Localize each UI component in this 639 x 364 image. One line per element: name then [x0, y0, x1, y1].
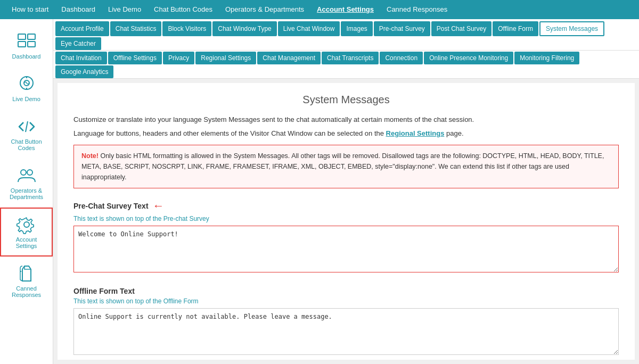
warning-bold: Note! — [81, 152, 99, 160]
tab-offline-settings[interactable]: Offline Settings — [108, 52, 162, 64]
offline-form-section: Offline Form Text This text is shown on … — [73, 287, 619, 357]
tab-privacy[interactable]: Privacy — [163, 52, 194, 64]
svg-point-10 — [27, 170, 32, 175]
svg-marker-12 — [22, 266, 31, 281]
arrow-indicator: ← — [153, 199, 165, 213]
live-demo-icon — [16, 75, 37, 94]
tab-system-messages[interactable]: System Messages — [539, 21, 604, 36]
pre-chat-survey-title: Pre-Chat Survey Text ← — [73, 199, 619, 213]
sidebar-label-dashboard: Dashboard — [12, 53, 41, 60]
tab-chat-statistics[interactable]: Chat Statistics — [110, 21, 162, 36]
nav-dashboard[interactable]: Dashboard — [55, 0, 102, 19]
offline-form-subtitle: This text is shown on top of the Offline… — [73, 297, 619, 305]
settings-icon — [16, 215, 37, 234]
pre-chat-survey-section: Pre-Chat Survey Text ← This text is show… — [73, 199, 619, 274]
sidebar-item-canned-responses[interactable]: Canned Responses — [0, 257, 53, 305]
sidebar-label-operators-departments: Operators & Departments — [5, 187, 47, 200]
tab-online-presence-monitoring[interactable]: Online Presence Monitoring — [424, 52, 513, 64]
warning-box: Note! Only basic HTML formatting is allo… — [73, 145, 619, 188]
sidebar-item-live-demo[interactable]: Live Demo — [0, 67, 53, 110]
svg-point-9 — [21, 170, 26, 175]
nav-canned-responses[interactable]: Canned Responses — [380, 0, 454, 19]
desc2-end: page. — [444, 129, 463, 137]
sidebar-label-chat-button-codes: Chat Button Codes — [5, 138, 47, 151]
page-title: System Messages — [73, 94, 619, 106]
pre-chat-title-text: Pre-Chat Survey Text — [73, 202, 149, 210]
tab-monitoring-filtering[interactable]: Monitoring Filtering — [514, 52, 579, 64]
warning-text: Only basic HTML formatting is allowed in… — [81, 152, 604, 181]
tab-google-analytics[interactable]: Google Analytics — [55, 65, 113, 78]
tab-bar-container: Account Profile Chat Statistics Block Vi… — [53, 19, 639, 79]
tab-bar-row1: Account Profile Chat Statistics Block Vi… — [53, 19, 639, 51]
nav-account-settings[interactable]: Account Settings — [310, 0, 380, 19]
tab-chat-management[interactable]: Chat Management — [257, 52, 321, 64]
nav-chat-button-codes[interactable]: Chat Button Codes — [148, 0, 219, 19]
sidebar-item-operators-departments[interactable]: Operators & Departments — [0, 159, 53, 208]
sidebar-label-canned-responses: Canned Responses — [5, 285, 47, 298]
offline-form-title: Offline Form Text — [73, 287, 619, 295]
sidebar-label-live-demo: Live Demo — [12, 96, 40, 102]
canned-icon — [16, 264, 37, 283]
svg-rect-0 — [18, 34, 26, 39]
svg-line-8 — [26, 121, 28, 132]
sidebar: Dashboard Live Demo Chat Button Codes — [0, 19, 53, 364]
pre-chat-survey-subtitle: This text is shown on top of the Pre-cha… — [73, 215, 619, 222]
tab-connection[interactable]: Connection — [380, 52, 423, 64]
tab-live-chat-window[interactable]: Live Chat Window — [278, 21, 340, 36]
tab-account-profile[interactable]: Account Profile — [55, 21, 109, 36]
sidebar-label-account-settings: Account Settings — [5, 236, 47, 249]
tab-chat-invitation[interactable]: Chat Invitation — [55, 52, 107, 64]
svg-rect-2 — [18, 42, 26, 47]
description-2: Language for buttons, headers and other … — [73, 128, 619, 139]
main-layout: Dashboard Live Demo Chat Button Codes — [0, 19, 639, 364]
main-content: System Messages Customize or translate i… — [58, 83, 635, 360]
nav-how-to-start[interactable]: How to start — [5, 0, 55, 19]
nav-live-demo[interactable]: Live Demo — [102, 0, 148, 19]
tab-bar-row2: Chat Invitation Offline Settings Privacy… — [53, 51, 639, 79]
sidebar-item-account-settings[interactable]: Account Settings — [0, 208, 53, 257]
dashboard-icon — [16, 32, 37, 51]
content-area: Account Profile Chat Statistics Block Vi… — [53, 19, 639, 364]
tab-chat-window-type[interactable]: Chat Window Type — [212, 21, 277, 36]
tab-post-chat-survey[interactable]: Post Chat Survey — [431, 21, 491, 36]
desc2-start: Language for buttons, headers and other … — [73, 129, 386, 137]
tab-eye-catcher[interactable]: Eye Catcher — [55, 37, 101, 50]
description-1: Customize or translate into your languag… — [73, 114, 619, 125]
tab-regional-settings[interactable]: Regional Settings — [195, 52, 256, 64]
svg-rect-1 — [28, 34, 35, 39]
tab-chat-transcripts[interactable]: Chat Transcripts — [322, 52, 379, 64]
pre-chat-survey-textarea[interactable]: Welcome to Online Support! — [73, 226, 619, 272]
regional-settings-link[interactable]: Regional Settings — [386, 129, 445, 137]
code-icon — [16, 117, 37, 136]
tab-images[interactable]: Images — [341, 21, 372, 36]
operators-icon — [16, 166, 37, 185]
nav-operators-departments[interactable]: Operators & Departments — [219, 0, 310, 19]
tab-offline-form[interactable]: Offline Form — [493, 21, 538, 36]
sidebar-item-chat-button-codes[interactable]: Chat Button Codes — [0, 110, 53, 159]
tab-block-visitors[interactable]: Block Visitors — [162, 21, 211, 36]
tab-pre-chat-survey[interactable]: Pre-chat Survey — [374, 21, 430, 36]
top-navigation: How to start Dashboard Live Demo Chat Bu… — [0, 0, 639, 19]
sidebar-item-dashboard[interactable]: Dashboard — [0, 24, 53, 67]
offline-form-title-text: Offline Form Text — [73, 287, 135, 295]
svg-point-11 — [24, 222, 29, 227]
svg-rect-3 — [28, 42, 35, 47]
offline-form-textarea[interactable]: Online Support is currently not availabl… — [73, 308, 619, 355]
